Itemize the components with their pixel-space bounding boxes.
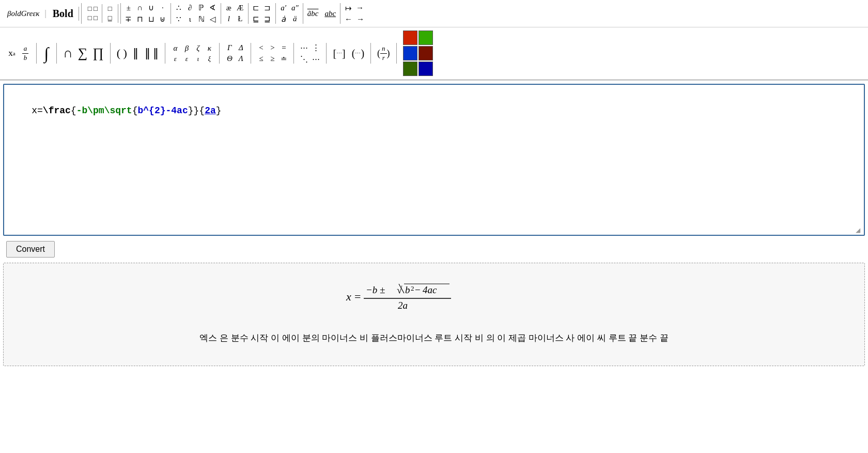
gt-btn[interactable]: > bbox=[267, 42, 278, 53]
svg-text:=: = bbox=[354, 290, 361, 303]
geq-btn[interactable]: ≥ bbox=[267, 53, 278, 65]
Gamma-btn[interactable]: Γ bbox=[224, 42, 235, 53]
svg-text:x: x bbox=[346, 290, 351, 303]
cdots-btn[interactable]: ⋯ bbox=[298, 42, 310, 53]
svg-text:2a: 2a bbox=[398, 300, 408, 311]
vdots-btn[interactable]: ⋮ bbox=[310, 42, 322, 53]
sep-r2-9 bbox=[370, 43, 371, 64]
leq-btn[interactable]: ≤ bbox=[255, 53, 267, 65]
superscript-btn[interactable]: xa bbox=[6, 47, 18, 59]
sqcap-btn[interactable]: ⊓ bbox=[134, 13, 146, 25]
color-blue-swatch[interactable] bbox=[403, 46, 417, 61]
mapsto-btn[interactable]: ↦ bbox=[343, 3, 354, 14]
leftarrow-btn[interactable]: ← bbox=[343, 14, 354, 25]
xi-btn[interactable]: ξ bbox=[204, 54, 215, 64]
iota2-btn[interactable]: ι bbox=[192, 54, 204, 64]
eq-btn[interactable]: = bbox=[278, 42, 289, 53]
dprime-btn[interactable]: a″ bbox=[289, 3, 301, 13]
to-btn[interactable]: → bbox=[354, 3, 366, 14]
editor-area: x=\frac{-b\pm\sqrt{b^{2}-4ac}}{2a} ◢ bbox=[3, 84, 865, 236]
sep7 bbox=[303, 3, 303, 24]
bmatrix-btn[interactable]: [⋯] bbox=[331, 47, 347, 61]
ddota-btn[interactable]: ä bbox=[289, 13, 301, 25]
epsilon-btn[interactable]: ε bbox=[169, 54, 181, 64]
Delta-btn[interactable]: Δ bbox=[235, 42, 246, 53]
doteq-btn[interactable]: ≐ bbox=[278, 53, 289, 65]
pmatrix-btn[interactable]: (⋯) bbox=[350, 47, 366, 61]
sep-r2-2 bbox=[56, 43, 57, 64]
ddots-btn[interactable]: ⋱ bbox=[298, 53, 310, 65]
mp-btn[interactable]: ∓ bbox=[123, 13, 134, 25]
sqsubseteq-btn[interactable]: ⊑ bbox=[251, 13, 262, 25]
cdot-btn[interactable]: · bbox=[157, 2, 168, 13]
ldots-btn[interactable]: ⋯ bbox=[310, 53, 322, 65]
angle-btn[interactable]: ∢ bbox=[207, 2, 219, 13]
sq-top[interactable]: □ □ bbox=[86, 4, 100, 13]
svg-text:2: 2 bbox=[411, 284, 414, 292]
lt-btn[interactable]: < bbox=[255, 42, 267, 53]
bold-greek-label: βoldGreεκ bbox=[5, 8, 42, 19]
iota-btn[interactable]: ι bbox=[184, 13, 196, 25]
dota-btn[interactable]: ȧ bbox=[278, 13, 289, 25]
sep5 bbox=[248, 3, 249, 24]
uplus-btn[interactable]: ⊎ bbox=[157, 13, 168, 25]
integral-btn[interactable]: ∫ bbox=[41, 44, 52, 63]
svg-text:−b ±: −b ± bbox=[366, 284, 385, 295]
norm-btn[interactable]: ‖ bbox=[130, 46, 142, 61]
zeta-btn[interactable]: ζ bbox=[192, 43, 204, 54]
varepsilon-btn[interactable]: ε bbox=[181, 54, 192, 64]
L-btn[interactable]: Ł bbox=[235, 13, 246, 24]
sq2-top[interactable]: □ bbox=[104, 4, 116, 13]
norm2-btn[interactable]: ‖ ‖ bbox=[143, 46, 161, 61]
color-darkblue-swatch[interactable] bbox=[419, 62, 433, 76]
AE-btn[interactable]: Æ bbox=[235, 3, 246, 13]
sqsubset-btn[interactable]: ⊏ bbox=[251, 2, 262, 13]
partial-btn[interactable]: ∂ bbox=[184, 2, 196, 13]
svg-text:√: √ bbox=[397, 284, 402, 295]
sq-bottom[interactable]: □ □ bbox=[86, 13, 100, 23]
Lambda-btn[interactable]: Λ bbox=[235, 53, 246, 64]
ae-btn[interactable]: æ bbox=[223, 3, 235, 13]
squares2-section: □ □ bbox=[102, 4, 118, 23]
alpha-btn[interactable]: α bbox=[169, 43, 181, 54]
underline-btn[interactable]: abc bbox=[322, 8, 338, 19]
therefore-btn[interactable]: ∴ bbox=[173, 2, 184, 13]
l-btn[interactable]: l bbox=[223, 13, 235, 24]
sep-r2-5 bbox=[219, 43, 220, 64]
prime-btn[interactable]: a′ bbox=[278, 3, 289, 13]
resize-handle[interactable]: ◢ bbox=[856, 226, 863, 234]
pm-btn[interactable]: ± bbox=[123, 2, 134, 13]
sqcup-btn[interactable]: ⊔ bbox=[146, 13, 157, 25]
bold-label: Bold bbox=[50, 7, 76, 21]
beta-btn[interactable]: β bbox=[181, 43, 192, 54]
sqsupset-btn[interactable]: ⊐ bbox=[262, 2, 273, 13]
color-darkgreen-swatch[interactable] bbox=[403, 62, 417, 76]
widetilde-btn[interactable]: ãbc bbox=[305, 8, 321, 19]
sep-r2-3 bbox=[110, 43, 111, 64]
sq2-bottom[interactable]: □ bbox=[104, 13, 116, 23]
color-darkred-swatch[interactable] bbox=[419, 46, 433, 61]
because-btn[interactable]: ∵ bbox=[173, 13, 184, 25]
formula-svg: x = −b ± √ b 2 − 4ac 2a bbox=[341, 274, 527, 320]
bbN-btn[interactable]: ℕ bbox=[196, 13, 207, 25]
sep4 bbox=[221, 3, 221, 24]
bigprod-btn[interactable]: ∏ bbox=[90, 44, 105, 62]
parens-btn[interactable]: ( ) bbox=[115, 46, 129, 61]
trileft-btn[interactable]: ◁ bbox=[207, 13, 219, 25]
cap-btn[interactable]: ∩ bbox=[134, 2, 146, 13]
sqsupseteq-btn[interactable]: ⊒ bbox=[262, 13, 273, 25]
sep-r2-8 bbox=[326, 43, 327, 64]
binom-btn[interactable]: (nr) bbox=[375, 43, 392, 64]
kappa-btn[interactable]: κ bbox=[204, 43, 215, 54]
sep-r2-1 bbox=[36, 43, 37, 64]
color-red-swatch[interactable] bbox=[403, 31, 417, 45]
color-green-swatch[interactable] bbox=[419, 31, 433, 45]
bigsum-btn[interactable]: ∑ bbox=[76, 44, 90, 62]
bigcap-btn[interactable]: ∩ bbox=[61, 44, 75, 62]
Theta-btn[interactable]: Θ bbox=[224, 53, 235, 64]
frac-btn[interactable]: ab bbox=[20, 43, 31, 64]
rightarrow2-btn[interactable]: → bbox=[354, 14, 366, 25]
cup-btn[interactable]: ∪ bbox=[146, 2, 157, 13]
bbP-btn[interactable]: ℙ bbox=[196, 2, 207, 13]
convert-button[interactable]: Convert bbox=[6, 241, 55, 258]
